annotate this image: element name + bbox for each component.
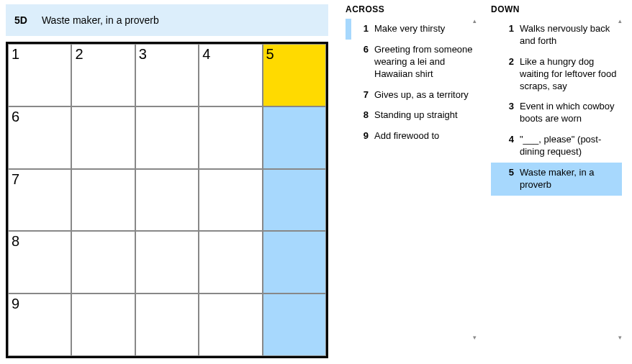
down-clue-list[interactable]: 1Walks nervously back and forth2Like a h… xyxy=(491,19,623,341)
across-column: ACROSS ▴ 1Make very thirsty6Greeting fro… xyxy=(346,4,478,341)
clue-number: 1 xyxy=(356,23,369,35)
across-clue-7[interactable]: 7Gives up, as a territory xyxy=(346,85,477,106)
clue-text: Greeting from someone wearing a lei and … xyxy=(374,44,474,81)
across-clue-1[interactable]: 1Make very thirsty xyxy=(346,19,477,40)
down-column: DOWN ▴ 1Walks nervously back and forth2L… xyxy=(491,4,623,341)
cell-number: 2 xyxy=(75,46,83,63)
down-clue-3[interactable]: 3Event in which cowboy boots are worn xyxy=(491,96,622,129)
grid-cell[interactable] xyxy=(263,169,326,232)
scroll-down-icon: ▾ xyxy=(616,334,623,341)
clue-text: Make very thirsty xyxy=(374,23,474,35)
clue-text: Event in which cowboy boots are worn xyxy=(520,101,619,125)
clue-text: "___, please" (post-dining request) xyxy=(520,134,619,158)
cell-number: 7 xyxy=(12,171,19,188)
grid-cell[interactable]: 2 xyxy=(71,44,135,106)
clue-number: 4 xyxy=(501,134,514,158)
grid-cell[interactable] xyxy=(135,294,199,356)
clue-text: Add firewood to xyxy=(374,130,474,142)
grid-cell[interactable] xyxy=(71,231,135,294)
grid-cell[interactable]: 7 xyxy=(8,169,71,232)
clue-number: 1 xyxy=(501,23,514,47)
scroll-down-icon: ▾ xyxy=(471,334,478,341)
grid-cell[interactable] xyxy=(199,106,262,169)
clue-number: 5 xyxy=(501,167,514,191)
grid-cell[interactable] xyxy=(263,294,326,356)
cell-number: 4 xyxy=(202,46,210,63)
clue-text: Gives up, as a territory xyxy=(374,89,474,101)
grid-cell[interactable] xyxy=(135,106,199,169)
down-clue-4[interactable]: 4"___, please" (post-dining request) xyxy=(491,129,622,163)
cell-number: 3 xyxy=(139,46,147,63)
scroll-up-icon: ▴ xyxy=(616,17,623,24)
clue-number: 8 xyxy=(356,109,369,122)
clue-text: Walks nervously back and forth xyxy=(520,23,619,47)
grid-cell[interactable]: 9 xyxy=(8,294,71,356)
across-clue-8[interactable]: 8Standing up straight xyxy=(346,105,477,126)
grid-cell[interactable] xyxy=(199,169,262,232)
crossword-grid: 123456789 xyxy=(6,42,328,358)
down-clue-5[interactable]: 5Waste maker, in a proverb xyxy=(491,163,622,196)
cell-number: 8 xyxy=(12,233,19,250)
across-clue-list[interactable]: 1Make very thirsty6Greeting from someone… xyxy=(346,19,478,341)
clue-number: 7 xyxy=(356,89,369,101)
grid-cell[interactable] xyxy=(263,106,326,169)
grid-cell[interactable]: 8 xyxy=(8,231,71,294)
clue-number: 6 xyxy=(356,44,369,81)
current-clue-number: 5D xyxy=(14,14,27,26)
down-clue-1[interactable]: 1Walks nervously back and forth xyxy=(491,19,622,52)
grid-cell[interactable] xyxy=(263,231,326,294)
scroll-up-icon: ▴ xyxy=(471,17,478,24)
clue-number: 2 xyxy=(501,56,514,93)
clue-text: Standing up straight xyxy=(374,109,474,122)
clue-text: Waste maker, in a proverb xyxy=(520,167,619,191)
cell-number: 1 xyxy=(12,46,19,63)
clue-text: Like a hungry dog waiting for leftover f… xyxy=(520,56,619,93)
grid-cell[interactable]: 4 xyxy=(199,44,262,106)
grid-cell[interactable]: 3 xyxy=(135,44,199,106)
cell-number: 5 xyxy=(266,46,274,63)
grid-cell[interactable] xyxy=(71,169,135,232)
grid-cell[interactable] xyxy=(135,169,199,232)
grid-cell[interactable] xyxy=(71,294,135,356)
grid-cell[interactable] xyxy=(199,294,262,356)
across-clue-9[interactable]: 9Add firewood to xyxy=(346,126,477,147)
current-clue-text: Waste maker, in a proverb xyxy=(42,14,159,26)
clue-number: 9 xyxy=(356,130,369,142)
down-clue-2[interactable]: 2Like a hungry dog waiting for leftover … xyxy=(491,52,622,97)
grid-cell[interactable]: 1 xyxy=(8,44,71,106)
grid-cell[interactable] xyxy=(135,231,199,294)
grid-cell[interactable]: 6 xyxy=(8,106,71,169)
grid-cell[interactable] xyxy=(71,106,135,169)
cell-number: 6 xyxy=(12,109,19,125)
clue-number: 3 xyxy=(501,101,514,125)
grid-cell[interactable]: 5 xyxy=(263,44,326,106)
grid-cell[interactable] xyxy=(199,231,262,294)
down-header: DOWN xyxy=(491,4,623,14)
across-clue-6[interactable]: 6Greeting from someone wearing a lei and… xyxy=(346,40,477,85)
across-header: ACROSS xyxy=(346,4,478,14)
cell-number: 9 xyxy=(12,296,19,312)
clue-lists: ACROSS ▴ 1Make very thirsty6Greeting fro… xyxy=(346,4,623,341)
current-clue-bar: 5D Waste maker, in a proverb xyxy=(6,4,328,36)
